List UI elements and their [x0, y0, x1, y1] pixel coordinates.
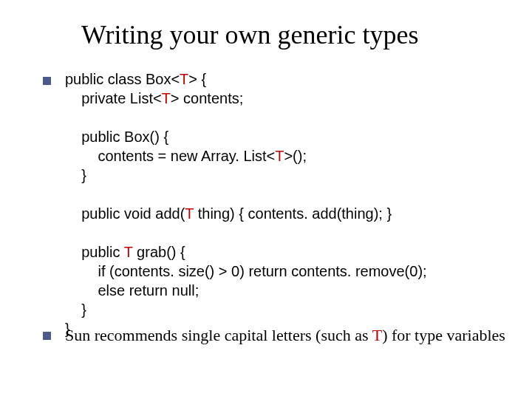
spacer — [65, 108, 510, 127]
title-text-2: ur own generic types — [197, 20, 419, 50]
footer-note: Sun recommends single capital letters (s… — [65, 325, 510, 346]
bullet-icon — [43, 77, 51, 85]
code-text: >(); — [284, 148, 307, 164]
code-line: public Box() { — [65, 127, 510, 146]
code-line: if (contents. size() > 0) return content… — [65, 262, 510, 281]
code-line: } — [65, 166, 510, 185]
code-block: public class Box<T> { private List<T> co… — [65, 69, 510, 338]
type-param: T — [180, 71, 188, 87]
code-text: > contents; — [171, 90, 243, 106]
code-line: public T grab() { — [65, 242, 510, 262]
slide-title: Writing your own generic types — [81, 19, 418, 50]
title-text-1: Writing — [81, 20, 170, 50]
spacer — [65, 185, 510, 204]
code-line: contents = new Array. List<T>(); — [65, 146, 510, 166]
title-highlighted: yo — [170, 19, 197, 50]
type-param: T — [162, 90, 171, 106]
spacer — [65, 223, 510, 242]
type-param: T — [185, 205, 194, 222]
code-line: else return null; — [65, 281, 510, 300]
slide: Writing your own generic types public cl… — [0, 0, 532, 399]
code-text: > { — [188, 71, 206, 87]
footer-text: Sun recommends single capital letters (s… — [65, 326, 372, 344]
type-param: T — [124, 244, 133, 260]
code-text: public void add( — [65, 205, 185, 222]
code-line: public class Box<T> { — [65, 69, 510, 89]
footer-text: ) for type variables — [382, 326, 505, 344]
bullet-icon — [43, 332, 51, 340]
type-param: T — [275, 148, 284, 164]
code-text: contents = new Array. List< — [65, 148, 275, 164]
code-line: public void add(T thing) { contents. add… — [65, 204, 510, 223]
code-text: public class Box< — [65, 71, 180, 87]
code-text: thing) { contents. add(thing); } — [194, 205, 392, 222]
code-line: private List<T> contents; — [65, 89, 510, 108]
code-text: private List< — [65, 90, 162, 106]
code-line: } — [65, 300, 510, 319]
code-text: public — [65, 244, 124, 260]
code-text: grab() { — [133, 244, 185, 260]
type-param: T — [372, 326, 382, 344]
